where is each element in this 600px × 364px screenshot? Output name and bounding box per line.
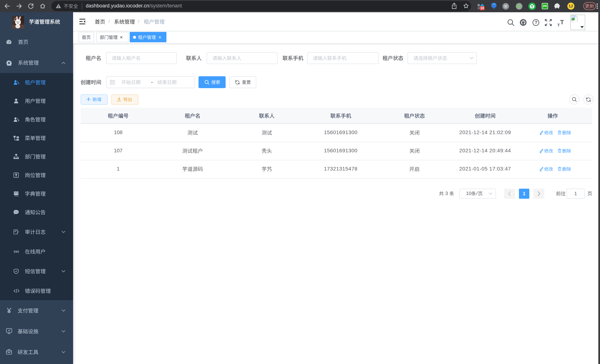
svg-text:⌘: ⌘ — [504, 4, 508, 9]
